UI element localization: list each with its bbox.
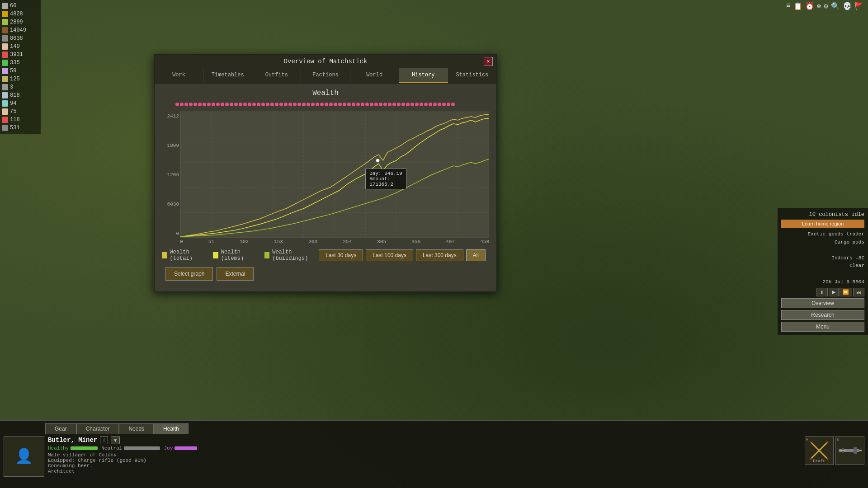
event-dot[interactable] [383,103,387,106]
play-pause-btn[interactable]: ⏸ [816,288,828,296]
fast-forward-btn[interactable]: ⏩ [840,288,852,296]
event-dot[interactable] [410,103,414,106]
event-dot[interactable] [216,103,220,106]
search-icon[interactable]: 🔍 [831,2,840,11]
event-dot[interactable] [401,103,405,106]
event-dot[interactable] [451,103,455,106]
event-dot[interactable] [248,103,251,106]
event-dot[interactable] [347,103,351,106]
event-dot[interactable] [175,103,179,106]
event-dot[interactable] [261,103,265,106]
event-dot[interactable] [356,103,360,106]
weapon-slot-ranged[interactable]: B [835,436,864,465]
tab-timetables[interactable]: Timetables [203,68,252,83]
event-dot[interactable] [293,103,297,106]
event-dot[interactable] [415,103,419,106]
tab-statistics[interactable]: Statistics [448,68,496,83]
event-dot[interactable] [193,103,197,106]
event-dot[interactable] [234,103,238,106]
event-dot[interactable] [230,103,233,106]
event-dot[interactable] [275,103,278,106]
clipboard-icon[interactable]: 📋 [793,2,802,11]
weapon-slot-melee[interactable]: R Draft [805,436,834,465]
event-dot[interactable] [388,103,392,106]
event-dot[interactable] [212,103,215,106]
event-dot[interactable] [361,103,364,106]
event-dot[interactable] [433,103,437,106]
tab-character[interactable]: Character [76,423,119,434]
event-dot[interactable] [338,103,342,106]
event-dot[interactable] [374,103,378,106]
event-dot[interactable] [447,103,450,106]
snowflake-icon[interactable]: ❄ [817,2,821,11]
event-dot[interactable] [302,103,306,106]
play-btn[interactable]: ▶ [829,288,839,296]
colonist-dropdown-button[interactable]: ▼ [111,436,120,444]
event-dot[interactable] [284,103,288,106]
fastest-btn[interactable]: ⏭ [853,288,864,296]
event-dot[interactable] [311,103,315,106]
select-graph-button[interactable]: Select graph [165,267,213,281]
last-300-days-button[interactable]: Last 300 days [416,249,463,261]
event-dot[interactable] [420,103,423,106]
tab-gear[interactable]: Gear [45,423,76,434]
event-dot[interactable] [365,103,369,106]
external-button[interactable]: External [217,267,254,281]
event-dot[interactable] [379,103,382,106]
event-dot[interactable] [329,103,333,106]
event-dot[interactable] [343,103,346,106]
event-dot[interactable] [225,103,229,106]
event-dot[interactable] [438,103,441,106]
event-dot[interactable] [397,103,401,106]
tab-work[interactable]: Work [155,68,203,83]
event-dot[interactable] [334,103,337,106]
event-dot[interactable] [424,103,428,106]
flag-icon[interactable]: 🚩 [854,2,863,11]
event-dot[interactable] [406,103,410,106]
all-time-button[interactable]: All [466,249,486,261]
research-button[interactable]: Research [781,310,864,320]
event-dot[interactable] [198,103,202,106]
skull-icon[interactable]: 💀 [843,2,852,11]
clock-icon[interactable]: ⏰ [805,2,814,11]
event-dot[interactable] [392,103,396,106]
event-dot[interactable] [266,103,269,106]
event-dot[interactable] [239,103,242,106]
event-dot[interactable] [203,103,206,106]
event-dot[interactable] [325,103,328,106]
menu-icon[interactable]: ≡ [786,2,791,11]
event-dot[interactable] [352,103,355,106]
menu-main-button[interactable]: Menu [781,322,864,332]
event-dot[interactable] [279,103,283,106]
tab-needs[interactable]: Needs [119,423,154,434]
colonist-info-button[interactable]: i [100,436,108,444]
event-dot[interactable] [307,103,310,106]
last-100-days-button[interactable]: Last 100 days [366,249,413,261]
event-dot[interactable] [429,103,432,106]
tab-health[interactable]: Health [154,423,189,434]
event-dot[interactable] [320,103,324,106]
event-dot[interactable] [297,103,301,106]
event-dot[interactable] [270,103,274,106]
event-dot[interactable] [288,103,292,106]
event-dot[interactable] [184,103,188,106]
tab-history[interactable]: History [399,68,448,83]
event-dot[interactable] [207,103,211,106]
event-dot[interactable] [370,103,373,106]
tab-world[interactable]: World [350,68,399,83]
settings-icon[interactable]: ⚙ [824,2,828,11]
event-dot[interactable] [316,103,319,106]
chart-canvas[interactable]: Day: 346.19 Amount: 171365.2 [180,112,489,238]
event-dot[interactable] [252,103,256,106]
tab-outfits[interactable]: Outfits [252,68,301,83]
event-dot[interactable] [442,103,446,106]
learn-home-region-button[interactable]: Learn home region [781,220,864,228]
overview-button[interactable]: Overview [781,298,864,308]
event-dot[interactable] [243,103,247,106]
event-dot[interactable] [180,103,184,106]
last-30-days-button[interactable]: Last 30 days [319,249,363,261]
close-dialog-button[interactable]: × [484,57,493,66]
event-dot[interactable] [221,103,224,106]
tab-factions[interactable]: Factions [301,68,350,83]
event-dot[interactable] [257,103,260,106]
